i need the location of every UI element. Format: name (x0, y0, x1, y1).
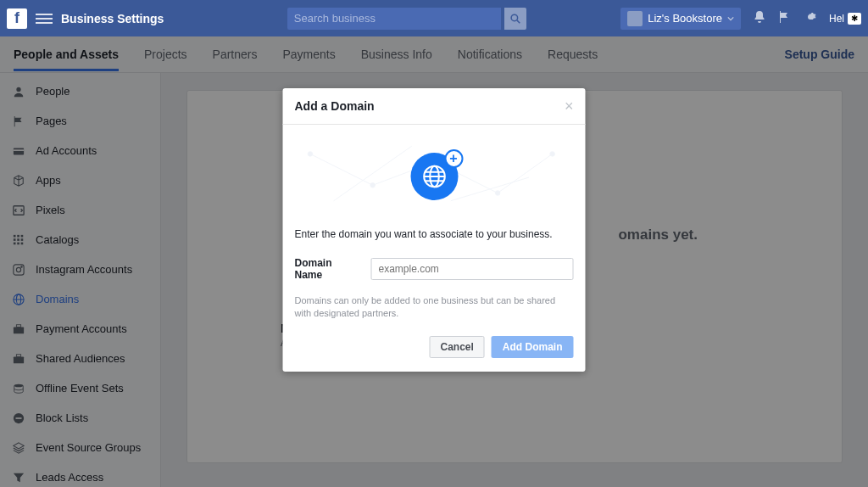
domain-field-row: Domain Name (295, 257, 574, 281)
svg-line-31 (498, 154, 553, 193)
modal-header: Add a Domain × (283, 88, 586, 125)
svg-point-0 (511, 14, 518, 21)
search-wrap (287, 8, 526, 30)
bug-icon: ✱ (848, 13, 861, 25)
svg-line-1 (517, 20, 520, 22)
topbar-right: Liz's Bookstore Hel ✱ (620, 8, 861, 30)
modal-note: Domains can only be added to one busines… (295, 294, 574, 321)
svg-point-37 (495, 191, 500, 196)
cancel-button[interactable]: Cancel (429, 336, 484, 358)
globe-badge: + (410, 153, 458, 200)
business-name: Liz's Bookstore (648, 12, 722, 25)
modal-footer: Cancel Add Domain (295, 336, 574, 358)
menu-icon[interactable] (36, 11, 53, 26)
business-selector[interactable]: Liz's Bookstore (620, 8, 741, 30)
business-thumb (627, 11, 643, 26)
gear-icon[interactable] (804, 10, 817, 27)
topbar: f Business Settings Liz's Bookstore Hel … (0, 0, 868, 36)
search-icon (510, 14, 520, 24)
close-icon[interactable]: × (565, 98, 574, 114)
domain-input[interactable] (371, 258, 574, 280)
svg-point-34 (308, 152, 313, 157)
modal-body: + Enter the domain you want to associate… (283, 125, 586, 372)
svg-line-32 (334, 146, 412, 201)
search-button[interactable] (504, 8, 526, 30)
facebook-logo[interactable]: f (7, 8, 27, 29)
plus-icon: + (444, 149, 463, 168)
page-title: Business Settings (61, 12, 164, 25)
search-input[interactable] (287, 8, 501, 30)
globe-icon (422, 165, 446, 188)
svg-point-38 (550, 152, 555, 157)
chevron-down-icon (727, 15, 734, 22)
domain-field-label: Domain Name (295, 257, 363, 281)
add-domain-button[interactable]: Add Domain (492, 336, 574, 358)
help-link[interactable]: Hel ✱ (829, 13, 861, 25)
add-domain-modal: Add a Domain × + Enter the domain you wa… (283, 88, 586, 372)
bell-icon[interactable] (753, 10, 766, 27)
svg-point-35 (370, 183, 376, 188)
svg-line-33 (451, 177, 529, 201)
flag-icon[interactable] (778, 10, 792, 27)
modal-description: Enter the domain you want to associate t… (295, 228, 574, 240)
modal-title: Add a Domain (295, 99, 375, 113)
modal-illustration: + (295, 138, 574, 215)
